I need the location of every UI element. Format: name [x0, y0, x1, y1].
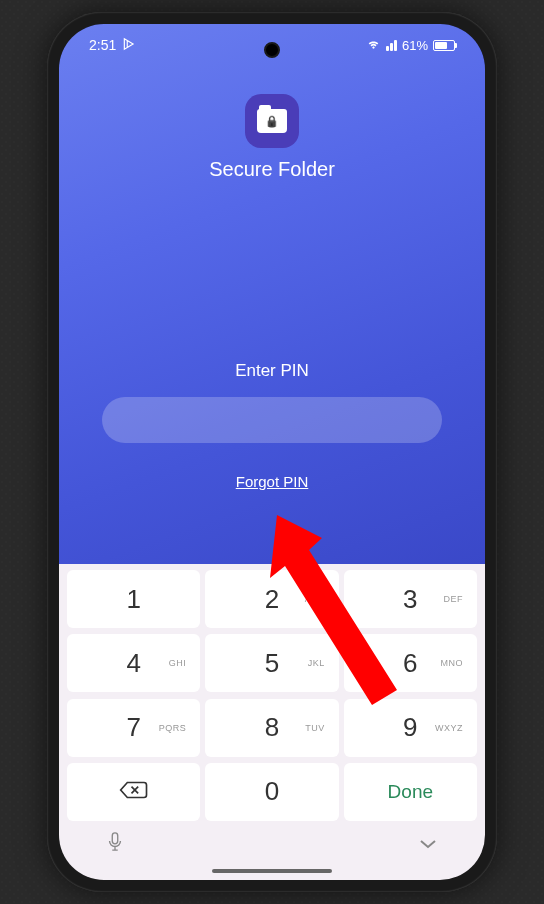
phone-frame: 2:51 61% Secure Folder Enter PIN For: [47, 12, 497, 892]
key-3[interactable]: 3DEF: [344, 570, 477, 628]
battery-percentage: 61%: [402, 38, 428, 53]
secure-folder-lock-screen: Secure Folder Enter PIN Forgot PIN: [59, 24, 485, 564]
key-5[interactable]: 5JKL: [205, 634, 338, 692]
key-9[interactable]: 9WXYZ: [344, 699, 477, 757]
play-icon: [122, 37, 136, 54]
key-1[interactable]: 1: [67, 570, 200, 628]
key-8[interactable]: 8TUV: [205, 699, 338, 757]
secure-folder-app-icon: [245, 94, 299, 148]
folder-lock-icon: [257, 109, 287, 133]
wifi-icon: [366, 38, 381, 53]
signal-icon: [386, 39, 397, 51]
forgot-pin-link[interactable]: Forgot PIN: [236, 473, 309, 490]
phone-screen: 2:51 61% Secure Folder Enter PIN For: [59, 24, 485, 880]
status-time: 2:51: [89, 37, 116, 53]
key-done[interactable]: Done: [344, 763, 477, 821]
numeric-keypad: 1 2ABC 3DEF 4GHI 5JKL 6MNO 7PQRS 8TUV 9W…: [59, 564, 485, 880]
enter-pin-label: Enter PIN: [235, 361, 309, 381]
key-0[interactable]: 0: [205, 763, 338, 821]
camera-hole: [264, 42, 280, 58]
key-2[interactable]: 2ABC: [205, 570, 338, 628]
key-backspace[interactable]: [67, 763, 200, 821]
svg-rect-0: [112, 833, 117, 844]
battery-icon: [433, 40, 455, 51]
key-4[interactable]: 4GHI: [67, 634, 200, 692]
key-7[interactable]: 7PQRS: [67, 699, 200, 757]
nav-bar[interactable]: [67, 862, 477, 880]
chevron-down-icon[interactable]: [419, 835, 437, 853]
key-6[interactable]: 6MNO: [344, 634, 477, 692]
mic-icon[interactable]: [107, 832, 123, 856]
backspace-icon: [119, 776, 149, 807]
pin-input[interactable]: [102, 397, 442, 443]
app-title: Secure Folder: [209, 158, 335, 181]
